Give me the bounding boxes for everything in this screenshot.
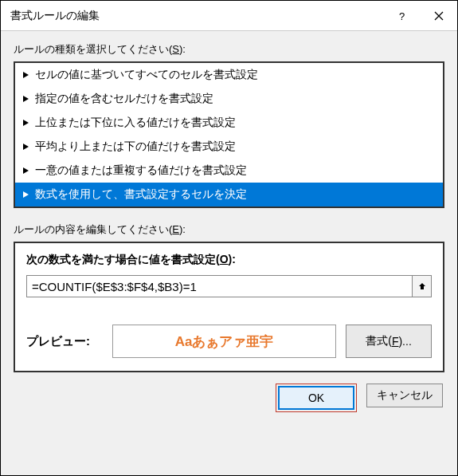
preview-row: プレビュー: Aaあぁアァ亜宇 書式(F)... [26, 325, 432, 358]
rule-type-item[interactable]: 一意の値または重複する値だけを書式設定 [15, 159, 443, 183]
triangle-icon [23, 167, 29, 174]
cancel-button[interactable]: キャンセル [366, 384, 443, 407]
rule-type-item[interactable]: セルの値に基づいてすべてのセルを書式設定 [15, 63, 443, 87]
triangle-icon [23, 191, 29, 198]
rule-type-text: 数式を使用して、書式設定するセルを決定 [35, 187, 247, 202]
rule-type-text: 指定の値を含むセルだけを書式設定 [35, 92, 213, 106]
ok-highlight: OK [276, 384, 357, 412]
rule-type-item[interactable]: 平均より上または下の値だけを書式設定 [15, 135, 443, 159]
preview-label: プレビュー: [26, 334, 103, 349]
rule-type-text: 一意の値または重複する値だけを書式設定 [35, 163, 247, 178]
rule-type-label: ルールの種類を選択してください(S): [14, 42, 444, 57]
ok-button[interactable]: OK [278, 386, 354, 410]
collapse-dialog-icon [417, 281, 427, 291]
preview-sample: Aaあぁアァ亜宇 [112, 325, 336, 358]
rule-content-box: 次の数式を満たす場合に値を書式設定(O): プレビュー: Aaあぁアァ亜宇 書式… [14, 242, 444, 372]
svg-text:?: ? [399, 11, 405, 21]
titlebar: 書式ルールの編集 ? [1, 1, 457, 31]
rule-type-item-selected[interactable]: 数式を使用して、書式設定するセルを決定 [15, 183, 443, 207]
rule-type-list[interactable]: セルの値に基づいてすべてのセルを書式設定 指定の値を含むセルだけを書式設定 上位… [14, 61, 444, 208]
rule-type-item[interactable]: 上位または下位に入る値だけを書式設定 [15, 111, 443, 135]
rule-content-label: ルールの内容を編集してください(E): [14, 222, 444, 237]
help-button[interactable]: ? [384, 1, 421, 31]
edit-format-rule-dialog: 書式ルールの編集 ? ルールの種類を選択してください(S): セルの値に基づいて… [0, 0, 458, 476]
triangle-icon [23, 120, 29, 126]
rule-type-text: セルの値に基づいてすべてのセルを書式設定 [35, 68, 258, 82]
formula-input[interactable] [26, 275, 413, 297]
formula-row [26, 275, 432, 297]
range-selector-button[interactable] [413, 275, 432, 297]
dialog-footer: OK キャンセル [14, 384, 444, 412]
dialog-body: ルールの種類を選択してください(S): セルの値に基づいてすべてのセルを書式設定… [1, 31, 457, 475]
format-button[interactable]: 書式(F)... [346, 325, 432, 358]
dialog-title: 書式ルールの編集 [10, 9, 384, 23]
triangle-icon [23, 96, 29, 102]
formula-label: 次の数式を満たす場合に値を書式設定(O): [26, 253, 432, 267]
rule-type-text: 上位または下位に入る値だけを書式設定 [35, 116, 236, 130]
rule-type-text: 平均より上または下の値だけを書式設定 [35, 140, 236, 154]
triangle-icon [23, 144, 29, 150]
triangle-icon [23, 72, 29, 78]
close-icon [434, 11, 444, 21]
close-button[interactable] [421, 1, 457, 31]
help-icon: ? [397, 11, 407, 21]
rule-type-item[interactable]: 指定の値を含むセルだけを書式設定 [15, 87, 443, 111]
